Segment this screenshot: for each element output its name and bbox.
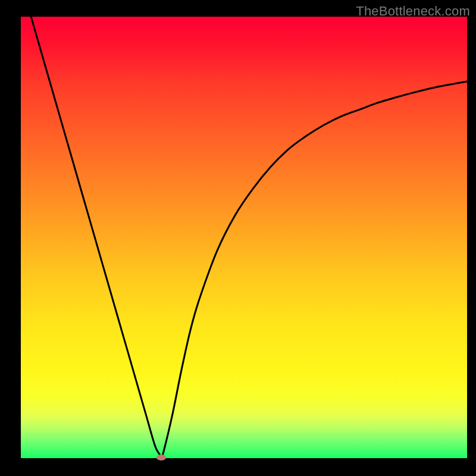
bottleneck-curve bbox=[21, 17, 467, 458]
watermark-text: TheBottleneck.com bbox=[356, 4, 470, 19]
optimum-marker bbox=[156, 455, 166, 461]
plot-area bbox=[21, 17, 467, 458]
chart-frame: TheBottleneck.com bbox=[0, 0, 476, 476]
